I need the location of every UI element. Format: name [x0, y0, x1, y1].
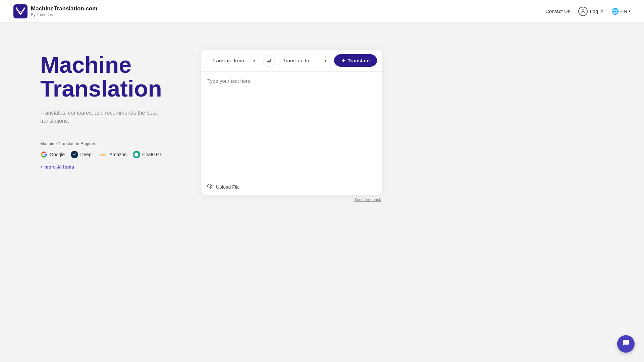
right-panel: Translate from ▾ ⇄ Translate to ▾ ✦ Tran…: [201, 50, 382, 202]
google-logo-icon: [40, 151, 48, 158]
chatgpt-logo-icon: [133, 151, 140, 158]
translate-from-chevron-icon: ▾: [253, 58, 255, 63]
chat-bubble-icon: [622, 339, 630, 349]
amazon-logo-icon: aws: [100, 151, 107, 158]
translate-to-chevron-icon: ▾: [324, 58, 326, 63]
user-icon: [578, 7, 588, 16]
header: MachineTranslation.com By Tomedes Contac…: [0, 0, 644, 23]
engine-google: Google: [40, 151, 65, 158]
translate-from-label: Translate from: [212, 58, 244, 63]
globe-icon: 🌐: [611, 8, 619, 15]
chevron-down-icon: ▾: [629, 9, 631, 13]
language-selector-button[interactable]: 🌐 EN ▾: [611, 8, 631, 15]
source-text-input[interactable]: [207, 77, 376, 171]
logo-area: MachineTranslation.com By Tomedes: [13, 4, 97, 18]
login-button[interactable]: Log in: [578, 7, 603, 16]
upload-file-button[interactable]: Upload File: [201, 179, 382, 195]
hero-subtitle: Translates, compares, and recommends the…: [40, 109, 181, 125]
hero-title: Machine Translation: [40, 53, 181, 101]
engine-deepl: DeepL: [71, 151, 94, 158]
left-panel: Machine Translation Translates, compares…: [40, 50, 181, 170]
svg-point-1: [582, 9, 584, 11]
text-area-container: [201, 72, 382, 179]
send-feedback-link[interactable]: Send feedback: [201, 195, 382, 202]
amazon-label: Amazon: [109, 152, 126, 157]
chat-support-bubble[interactable]: [617, 335, 635, 353]
chatgpt-label: ChatGPT: [142, 152, 162, 157]
translate-btn-label: Translate: [347, 58, 370, 63]
translate-to-select[interactable]: Translate to ▾: [278, 55, 331, 66]
translator-header: Translate from ▾ ⇄ Translate to ▾ ✦ Tran…: [201, 50, 382, 72]
engine-chatgpt: ChatGPT: [133, 151, 162, 158]
translate-from-select[interactable]: Translate from ▾: [207, 55, 260, 66]
site-title: MachineTranslation.com: [31, 5, 97, 12]
deepl-label: DeepL: [80, 152, 94, 157]
translate-button[interactable]: ✦ Translate: [334, 54, 377, 67]
swap-languages-button[interactable]: ⇄: [263, 55, 275, 67]
translate-to-label: Translate to: [283, 58, 309, 63]
lang-code: EN: [620, 8, 627, 14]
more-ai-tools-link[interactable]: + more AI tools: [40, 164, 74, 170]
logo-icon: [13, 4, 28, 18]
engines-list: Google DeepL aws Amazo: [40, 151, 181, 170]
site-subtitle: By Tomedes: [31, 12, 97, 17]
google-label: Google: [50, 152, 65, 157]
login-label: Log in: [590, 8, 603, 14]
upload-file-label: Upload File: [216, 184, 240, 190]
translate-btn-icon: ✦: [341, 58, 345, 63]
upload-icon: [207, 183, 213, 191]
engines-label: Machine Translation Engines: [40, 141, 181, 146]
swap-icon: ⇄: [267, 57, 271, 64]
svg-text:aws: aws: [100, 153, 106, 156]
contact-us-link[interactable]: Contact Us: [545, 8, 570, 14]
main-content: Machine Translation Translates, compares…: [0, 23, 644, 222]
engine-amazon: aws Amazon: [100, 151, 126, 158]
deepl-logo-icon: [71, 151, 78, 158]
header-right: Contact Us Log in 🌐 EN ▾: [545, 7, 631, 16]
logo-text: MachineTranslation.com By Tomedes: [31, 5, 97, 17]
translator-box: Translate from ▾ ⇄ Translate to ▾ ✦ Tran…: [201, 50, 382, 195]
